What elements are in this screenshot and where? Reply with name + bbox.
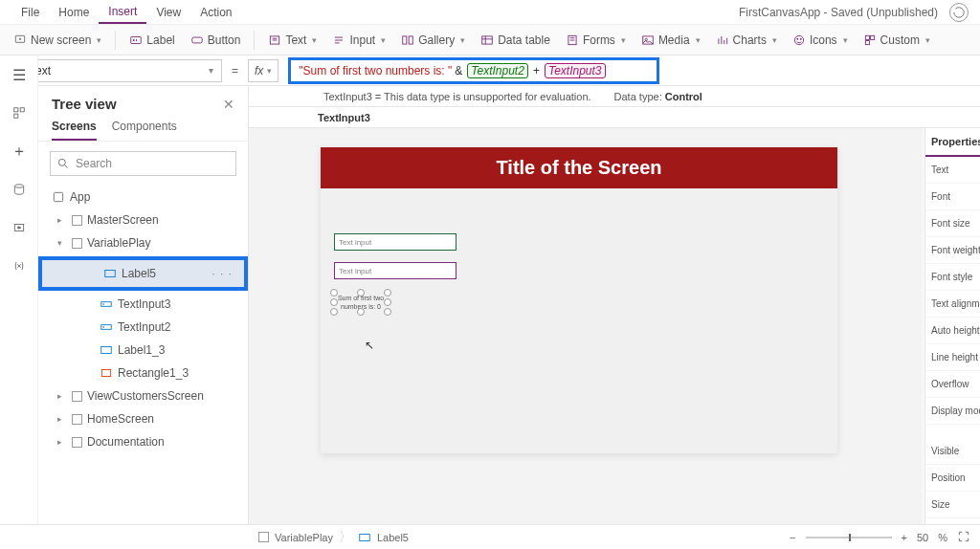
- screen-checkbox[interactable]: [72, 414, 82, 425]
- menu-view[interactable]: View: [146, 0, 190, 24]
- prop-auto-height[interactable]: Auto height: [925, 318, 980, 344]
- tree-node-label1-3[interactable]: Label1_3: [38, 339, 248, 362]
- textinput-icon: [100, 297, 113, 311]
- zoom-out-button[interactable]: −: [790, 532, 795, 543]
- rectangle-icon: [100, 366, 113, 380]
- resize-handle[interactable]: [357, 289, 365, 296]
- tab-components[interactable]: Components: [112, 120, 177, 141]
- chevron-right-icon[interactable]: ▸: [57, 437, 67, 447]
- svg-rect-22: [54, 192, 62, 201]
- fit-screen-icon[interactable]: [957, 530, 970, 545]
- canvas-label-selected[interactable]: Sum of first two numbers is: 0: [334, 293, 388, 312]
- prop-overflow[interactable]: Overflow: [925, 371, 980, 398]
- zoom-slider[interactable]: [806, 537, 892, 538]
- gallery-dropdown[interactable]: Gallery▾: [395, 31, 471, 50]
- status-bar: VariablePlay 〉 Label5 − + 50 %: [0, 524, 980, 549]
- prop-line-height[interactable]: Line height: [925, 344, 980, 371]
- canvas-stage[interactable]: Title of the Screen Text input Text inpu…: [321, 147, 837, 453]
- screen-checkbox[interactable]: [72, 437, 82, 448]
- close-icon[interactable]: ✕: [223, 97, 234, 112]
- tree-node-textinput2[interactable]: TextInput2: [38, 316, 248, 339]
- tree-search-input[interactable]: Search: [50, 151, 236, 176]
- label-button[interactable]: Label: [123, 31, 180, 50]
- canvas-textinput-1[interactable]: Text input: [334, 233, 457, 251]
- resize-handle[interactable]: [384, 289, 391, 296]
- gallery-icon: [401, 33, 414, 47]
- breadcrumb-control[interactable]: Label5: [377, 532, 409, 543]
- data-table-button[interactable]: Data table: [475, 31, 556, 50]
- resize-handle[interactable]: [357, 308, 365, 316]
- text-icon: [268, 33, 281, 47]
- charts-dropdown[interactable]: Charts▾: [710, 31, 783, 50]
- fx-button[interactable]: fx ▾: [248, 59, 278, 82]
- user-avatar[interactable]: [949, 3, 969, 22]
- forms-dropdown[interactable]: Forms▾: [560, 31, 632, 50]
- chevron-down-icon[interactable]: ▾: [57, 238, 67, 248]
- left-rail: ☰ ＋: [0, 55, 38, 524]
- property-selector[interactable]: Text ▾: [21, 59, 222, 82]
- prop-font-weight[interactable]: Font weight: [925, 237, 980, 264]
- menu-insert[interactable]: Insert: [99, 0, 146, 24]
- hamburger-icon[interactable]: ☰: [8, 63, 31, 86]
- prop-position[interactable]: Position: [925, 465, 980, 492]
- button-button[interactable]: Button: [185, 31, 247, 50]
- menu-file[interactable]: File: [11, 0, 49, 24]
- resize-handle[interactable]: [384, 298, 391, 306]
- tree-node-viewcustomers[interactable]: ▸ ViewCustomersScreen: [38, 384, 248, 407]
- screen-checkbox[interactable]: [72, 391, 82, 402]
- zoom-in-button[interactable]: +: [902, 532, 907, 543]
- resize-handle[interactable]: [384, 308, 391, 316]
- properties-tab[interactable]: Properties: [925, 128, 980, 157]
- formula-input[interactable]: "Sum of first two numbers is: " & TextIn…: [288, 57, 659, 84]
- prop-font-size[interactable]: Font size: [925, 210, 980, 237]
- icons-dropdown[interactable]: Icons▾: [787, 31, 854, 50]
- resize-handle[interactable]: [330, 298, 338, 306]
- tree-view-icon[interactable]: [8, 101, 31, 124]
- tree-view-title: Tree view: [52, 96, 117, 112]
- svg-point-12: [800, 38, 801, 39]
- menu-action[interactable]: Action: [190, 0, 241, 24]
- screen-checkbox[interactable]: [72, 238, 82, 249]
- screen-checkbox[interactable]: [72, 215, 82, 226]
- properties-panel: Properties Text Font Font size Font weig…: [924, 128, 980, 524]
- menu-home[interactable]: Home: [49, 0, 99, 24]
- chevron-right-icon[interactable]: ▸: [57, 215, 67, 225]
- prop-font-style[interactable]: Font style: [925, 264, 980, 291]
- tree-node-textinput3[interactable]: TextInput3: [38, 293, 248, 316]
- new-screen-button[interactable]: New screen▾: [8, 31, 107, 50]
- tree-node-documentation[interactable]: ▸ Documentation: [38, 430, 248, 453]
- svg-point-11: [797, 38, 798, 39]
- breadcrumb-screen[interactable]: VariablePlay: [275, 532, 333, 543]
- search-placeholder: Search: [76, 157, 112, 170]
- text-dropdown[interactable]: Text▾: [262, 31, 323, 50]
- resize-handle[interactable]: [330, 308, 338, 316]
- tree-node-homescreen[interactable]: ▸ HomeScreen: [38, 407, 248, 430]
- prop-visible[interactable]: Visible: [925, 438, 980, 465]
- custom-dropdown[interactable]: Custom▾: [858, 31, 936, 50]
- prop-size[interactable]: Size: [925, 492, 980, 518]
- input-dropdown[interactable]: Input▾: [326, 31, 391, 50]
- prop-text[interactable]: Text: [925, 157, 980, 184]
- more-options-icon[interactable]: · · ·: [212, 267, 233, 280]
- menu-bar: File Home Insert View Action FirstCanvas…: [0, 0, 980, 25]
- variables-icon[interactable]: [8, 254, 31, 277]
- tree-node-variableplay[interactable]: ▾ VariablePlay: [38, 231, 248, 254]
- canvas-textinput-2[interactable]: Text input: [334, 262, 457, 279]
- tab-screens[interactable]: Screens: [52, 120, 97, 141]
- media-rail-icon[interactable]: [8, 216, 31, 239]
- prop-display-mode[interactable]: Display mode: [925, 398, 980, 425]
- zoom-value: 50: [917, 532, 928, 543]
- media-dropdown[interactable]: Media▾: [635, 31, 706, 50]
- prop-font[interactable]: Font: [925, 184, 980, 210]
- chevron-right-icon[interactable]: ▸: [57, 391, 67, 401]
- add-icon[interactable]: ＋: [8, 140, 31, 163]
- chevron-right-icon[interactable]: ▸: [57, 414, 67, 424]
- tree-node-masterscreen[interactable]: ▸ MasterScreen: [38, 209, 248, 231]
- data-icon[interactable]: [8, 178, 31, 201]
- resize-handle[interactable]: [330, 289, 338, 296]
- tree-node-label5[interactable]: Label5 · · ·: [42, 260, 244, 287]
- tree-node-app[interactable]: App: [38, 186, 248, 209]
- canvas-area[interactable]: Title of the Screen Text input Text inpu…: [249, 128, 923, 524]
- tree-node-rectangle1-3[interactable]: Rectangle1_3: [38, 362, 248, 384]
- prop-text-align[interactable]: Text alignment: [925, 291, 980, 318]
